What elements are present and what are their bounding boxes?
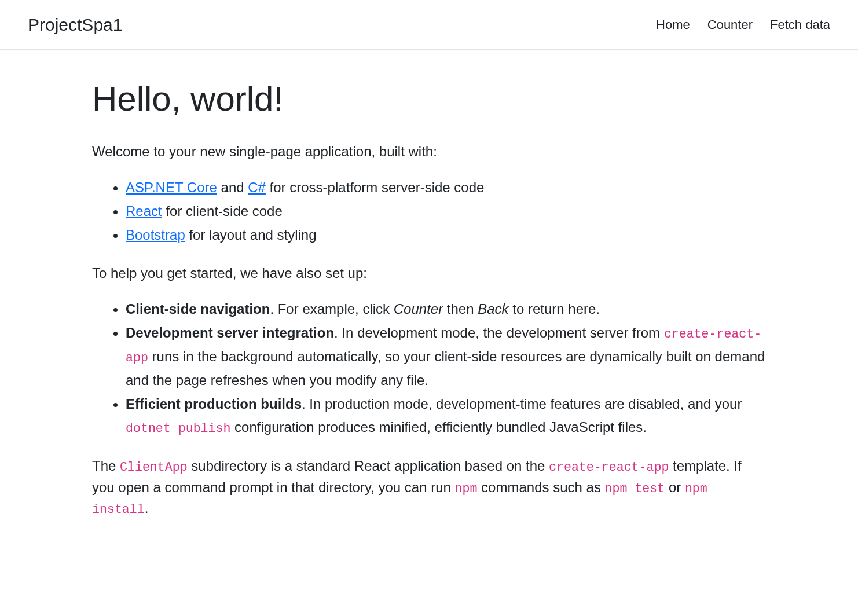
text: The	[92, 458, 120, 474]
navbar: ProjectSpa1 Home Counter Fetch data	[0, 0, 858, 50]
stack-list: ASP.NET Core and C# for cross-platform s…	[92, 176, 766, 247]
code-dotnet-publish: dotnet publish	[126, 421, 230, 435]
text: and	[217, 179, 248, 195]
text: for layout and styling	[185, 227, 317, 243]
text: runs in the background automatically, so…	[126, 349, 765, 388]
code-npm-test: npm test	[605, 482, 665, 496]
list-item: React for client-side code	[126, 200, 766, 223]
code-npm: npm	[455, 482, 478, 496]
link-bootstrap[interactable]: Bootstrap	[126, 227, 185, 243]
nav-link-fetch-data[interactable]: Fetch data	[770, 17, 830, 32]
text: . In development mode, the development s…	[334, 325, 664, 340]
code-clientapp: ClientApp	[120, 460, 188, 474]
list-item: Client-side navigation. For example, cli…	[126, 298, 766, 321]
feature-title: Development server integration	[126, 325, 334, 340]
text: subdirectory is a standard React applica…	[188, 458, 549, 474]
text: to return here.	[509, 301, 600, 317]
text: commands such as	[477, 479, 604, 495]
code-create-react-app: create-react-app	[549, 460, 669, 474]
setup-paragraph: To help you get started, we have also se…	[92, 263, 766, 284]
list-item: Bootstrap for layout and styling	[126, 223, 766, 247]
link-react[interactable]: React	[126, 203, 162, 219]
list-item: Efficient production builds. In producti…	[126, 393, 766, 440]
intro-paragraph: Welcome to your new single-page applicat…	[92, 141, 766, 162]
main-container: Hello, world! Welcome to your new single…	[64, 50, 794, 556]
text: or	[665, 479, 685, 495]
page-heading: Hello, world!	[92, 73, 766, 125]
text: configuration produces minified, efficie…	[230, 419, 647, 435]
feature-title: Efficient production builds	[126, 396, 302, 412]
list-item: ASP.NET Core and C# for cross-platform s…	[126, 176, 766, 200]
em-back: Back	[478, 301, 508, 317]
text: . In production mode, development-time f…	[302, 396, 742, 412]
nav-link-counter[interactable]: Counter	[707, 17, 753, 32]
text: for client-side code	[162, 203, 283, 219]
text: . For example, click	[270, 301, 393, 317]
list-item: Development server integration. In devel…	[126, 321, 766, 392]
em-counter: Counter	[394, 301, 443, 317]
footer-paragraph: The ClientApp subdirectory is a standard…	[92, 456, 766, 519]
text: .	[145, 500, 149, 516]
navbar-brand[interactable]: ProjectSpa1	[28, 12, 122, 38]
link-aspnet-core[interactable]: ASP.NET Core	[126, 179, 217, 195]
features-list: Client-side navigation. For example, cli…	[92, 298, 766, 439]
link-csharp[interactable]: C#	[248, 179, 266, 195]
navbar-nav: Home Counter Fetch data	[656, 15, 830, 34]
text: then	[443, 301, 478, 317]
nav-link-home[interactable]: Home	[656, 17, 690, 32]
feature-title: Client-side navigation	[126, 301, 270, 317]
text: for cross-platform server-side code	[266, 179, 484, 195]
